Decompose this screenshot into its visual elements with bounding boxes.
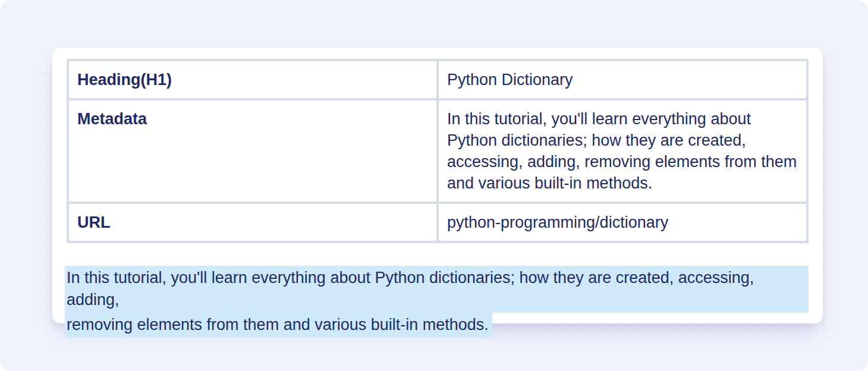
field-label-metadata: Metadata [68,99,438,203]
table-row-heading: Heading(H1) Python Dictionary [68,60,807,99]
field-label-url: URL [68,203,438,242]
field-value-metadata: In this tutorial, you'll learn everythin… [438,99,807,203]
seo-fields-table: Heading(H1) Python Dictionary Metadata I… [67,59,809,243]
table-row-metadata: Metadata In this tutorial, you'll learn … [68,99,807,203]
highlighted-snippet: In this tutorial, you'll learn everythin… [67,266,809,338]
highlight-line-2: removing elements from them and various … [65,313,492,338]
field-value-heading-h1: Python Dictionary [438,60,807,99]
table-row-url: URL python-programming/dictionary [68,203,807,242]
field-label-heading-h1: Heading(H1) [68,60,438,99]
content-card: Heading(H1) Python Dictionary Metadata I… [52,48,823,323]
highlight-line-1: In this tutorial, you'll learn everythin… [65,266,809,313]
field-value-url: python-programming/dictionary [438,203,807,242]
page-background: Heading(H1) Python Dictionary Metadata I… [0,0,868,371]
